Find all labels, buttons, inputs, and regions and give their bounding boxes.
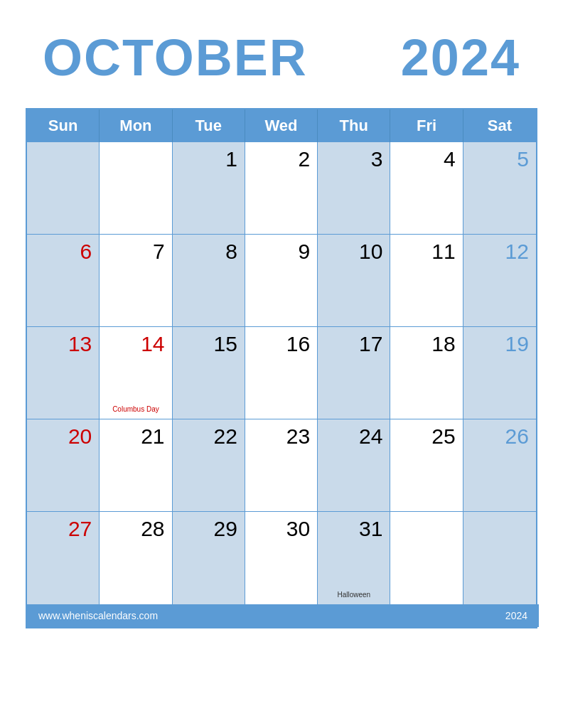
cell-number: 21	[141, 424, 164, 449]
cell-number: 27	[68, 516, 92, 542]
calendar-cell: 6	[27, 235, 100, 327]
header-mon: Mon	[100, 109, 172, 142]
calendar-cell: 28	[100, 512, 172, 604]
footer-bar: www.wheniscalendars.com 2024	[27, 604, 539, 627]
calendar-cell: 1	[173, 142, 245, 235]
calendar-cell	[463, 512, 536, 604]
cell-number: 7	[153, 239, 165, 264]
cell-number: 8	[225, 239, 237, 264]
cell-number: 10	[359, 239, 382, 264]
calendar-cell: 10	[318, 235, 390, 327]
calendar-cell: 19	[463, 327, 536, 419]
calendar-cell: 8	[173, 235, 245, 327]
calendar-cell: 26	[463, 419, 536, 512]
year-title: 2024	[401, 28, 520, 87]
calendar-cell: 9	[245, 235, 318, 327]
event-label: Halloween	[318, 591, 390, 599]
calendar-cell: 18	[390, 327, 463, 419]
calendar-cell: 7	[100, 235, 172, 327]
calendar-cell	[100, 142, 172, 235]
calendar-cell: 27	[27, 512, 100, 604]
calendar-cell: 23	[245, 419, 318, 512]
cell-number: 19	[505, 331, 529, 357]
calendar-cell: 3	[318, 142, 390, 235]
header-wed: Wed	[245, 109, 318, 142]
month-title: OCTOBER	[43, 28, 308, 87]
calendar-cell: 16	[245, 327, 318, 419]
cell-number: 20	[68, 424, 92, 449]
footer-year: 2024	[505, 610, 527, 621]
calendar-cell: 13	[27, 327, 100, 419]
calendar-cell: 2	[245, 142, 318, 235]
event-label: Columbus Day	[100, 405, 171, 413]
calendar-grid: 1234567891011121314Columbus Day151617181…	[27, 142, 536, 604]
cell-number: 2	[298, 146, 310, 172]
cell-number: 25	[431, 424, 455, 449]
cell-number: 11	[431, 239, 455, 264]
calendar-cell: 25	[390, 419, 463, 512]
cell-number: 5	[517, 146, 529, 172]
calendar-cell: 12	[463, 235, 536, 327]
cell-number: 24	[359, 424, 382, 449]
cell-number: 26	[505, 424, 529, 449]
calendar-wrapper: Sun Mon Tue Wed Thu Fri Sat 123456789101…	[26, 108, 537, 628]
cell-number: 9	[298, 239, 310, 264]
calendar-cell: 14Columbus Day	[100, 327, 172, 419]
calendar-cell: 5	[463, 142, 536, 235]
cell-number: 28	[141, 516, 164, 542]
cell-number: 14	[141, 331, 164, 357]
cell-number: 23	[286, 424, 310, 449]
calendar-cell: 17	[318, 327, 390, 419]
header-thu: Thu	[318, 109, 390, 142]
cell-number: 18	[431, 331, 455, 357]
header-sun: Sun	[27, 109, 100, 142]
cell-number: 13	[68, 331, 92, 357]
calendar-cell: 24	[318, 419, 390, 512]
cell-number: 15	[213, 331, 237, 357]
calendar-cell	[390, 512, 463, 604]
cell-number: 12	[505, 239, 529, 264]
cell-number: 6	[80, 239, 92, 264]
calendar-cell: 11	[390, 235, 463, 327]
cell-number: 22	[213, 424, 237, 449]
cell-number: 31	[359, 516, 382, 542]
cell-number: 1	[225, 146, 237, 172]
footer-website: www.wheniscalendars.com	[38, 610, 158, 621]
header: OCTOBER 2024	[0, 0, 563, 101]
calendar-cell: 21	[100, 419, 172, 512]
cell-number: 29	[213, 516, 237, 542]
cell-number: 3	[371, 146, 383, 172]
header-sat: Sat	[463, 109, 536, 142]
day-headers: Sun Mon Tue Wed Thu Fri Sat	[27, 109, 536, 142]
header-fri: Fri	[390, 109, 463, 142]
header-tue: Tue	[173, 109, 245, 142]
cell-number: 17	[359, 331, 382, 357]
calendar-cell: 15	[173, 327, 245, 419]
cell-number: 30	[286, 516, 310, 542]
calendar-cell: 30	[245, 512, 318, 604]
calendar-cell: 22	[173, 419, 245, 512]
calendar-cell: 29	[173, 512, 245, 604]
calendar-cell: 20	[27, 419, 100, 512]
calendar-cell: 4	[390, 142, 463, 235]
calendar-cell	[27, 142, 100, 235]
cell-number: 16	[286, 331, 310, 357]
calendar-cell: 31Halloween	[318, 512, 390, 604]
cell-number: 4	[444, 146, 456, 172]
